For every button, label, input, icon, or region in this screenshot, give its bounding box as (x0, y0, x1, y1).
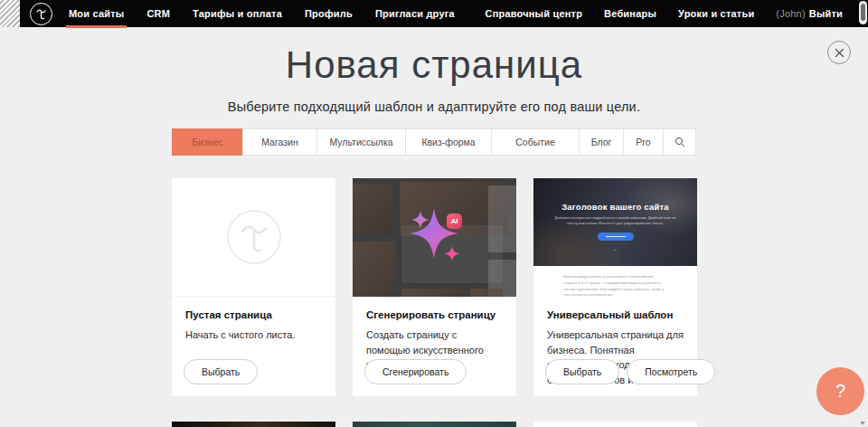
tilda-ghost-logo-icon (226, 209, 282, 265)
template-body: Коротко представьтесь и расскажите о ком… (533, 266, 697, 297)
nav-webinars[interactable]: Вебинары (604, 0, 656, 27)
secondary-nav: Справочный центр Вебинары Уроки и статьи… (486, 0, 844, 27)
ai-badge: AI (447, 214, 462, 229)
user-name: (John) (776, 8, 805, 19)
template-cards-row2 (172, 422, 697, 427)
preview-universal-button[interactable]: Посмотреть (627, 359, 715, 384)
tab-quiz-form[interactable]: Квиз-форма (405, 128, 492, 156)
page-subtitle: Выберите подходящий шаблон и адаптируйте… (0, 100, 868, 114)
template-card-partial[interactable] (353, 422, 516, 427)
card-title: Сгенерировать страницу (366, 309, 503, 320)
card-blank-page: Пустая страница Начать с чистого листа. … (172, 178, 335, 396)
nav-lessons-articles[interactable]: Уроки и статьи (678, 0, 754, 27)
tilda-logo-icon[interactable] (30, 3, 52, 25)
tab-business[interactable]: Бизнес (172, 128, 243, 156)
card-description: Начать с чистого листа. (185, 327, 322, 343)
template-hero-title: Заголовок вашего сайта (533, 178, 697, 212)
template-card-partial[interactable] (533, 422, 697, 427)
ai-generate-preview[interactable]: AI (353, 178, 516, 297)
card-ai-generate: AI Сгенерировать страницу Создать страни… (353, 178, 516, 396)
nav-invite-friend[interactable]: Пригласи друга (375, 0, 455, 27)
universal-template-preview[interactable]: Заголовок вашего сайта Добавьте интересн… (533, 178, 697, 297)
blank-page-preview[interactable] (172, 178, 335, 297)
template-tabs: Бизнес Магазин Мультиссылка Квиз-форма С… (172, 128, 698, 156)
template-hero-button (598, 232, 634, 241)
card-universal-body: Универсальный шаблон Универсальная стран… (533, 297, 697, 396)
template-cards: Пустая страница Начать с чистого листа. … (172, 178, 697, 396)
tab-search[interactable] (663, 128, 696, 156)
topbar-texture (0, 0, 20, 27)
template-hero-subtitle: Добавьте интересные подробности о вашей … (552, 215, 679, 227)
card-ai-body: Сгенерировать страницу Создать страницу … (353, 297, 516, 396)
main-nav: Мои сайты CRM Тарифы и оплата Профиль Пр… (69, 0, 455, 27)
nav-my-sites[interactable]: Мои сайты (69, 0, 124, 27)
nav-crm[interactable]: CRM (146, 0, 170, 27)
nav-plans-payment[interactable]: Тарифы и оплата (193, 0, 282, 27)
template-body-text: Коротко представьтесь и расскажите о ком… (563, 274, 666, 297)
generate-button[interactable]: Сгенерировать (364, 359, 467, 384)
card-title: Пустая страница (185, 309, 322, 320)
help-button[interactable]: ? (816, 367, 864, 415)
tab-blog[interactable]: Блог (579, 128, 624, 156)
card-title: Универсальный шаблон (547, 309, 684, 320)
scrollbar-thumb[interactable] (861, 4, 865, 21)
scrollbar-down-arrow-icon[interactable] (860, 422, 865, 425)
card-universal-template: Заголовок вашего сайта Добавьте интересн… (533, 178, 697, 396)
chevron-down-icon: ⌄ (533, 245, 697, 251)
select-universal-button[interactable]: Выбрать (545, 359, 619, 384)
template-hero: Заголовок вашего сайта Добавьте интересн… (533, 178, 697, 266)
tab-multilink[interactable]: Мультиссылка (316, 128, 406, 156)
ai-sparkle-icon (353, 178, 516, 297)
nav-profile[interactable]: Профиль (305, 0, 353, 27)
select-blank-button[interactable]: Выбрать (184, 359, 258, 384)
topbar: Мои сайты CRM Тарифы и оплата Профиль Пр… (0, 0, 868, 27)
template-card-partial[interactable] (172, 422, 335, 427)
search-icon (675, 137, 685, 147)
card-blank-body: Пустая страница Начать с чистого листа. … (172, 297, 335, 396)
nav-logout[interactable]: (John) Выйти (776, 0, 843, 27)
page-title: Новая страница (0, 43, 868, 87)
tab-shop[interactable]: Магазин (242, 128, 317, 156)
nav-help-center[interactable]: Справочный центр (486, 0, 583, 27)
logout-label: Выйти (809, 8, 843, 19)
tab-pro[interactable]: Pro (623, 128, 664, 156)
tab-event[interactable]: Событие (491, 128, 580, 156)
